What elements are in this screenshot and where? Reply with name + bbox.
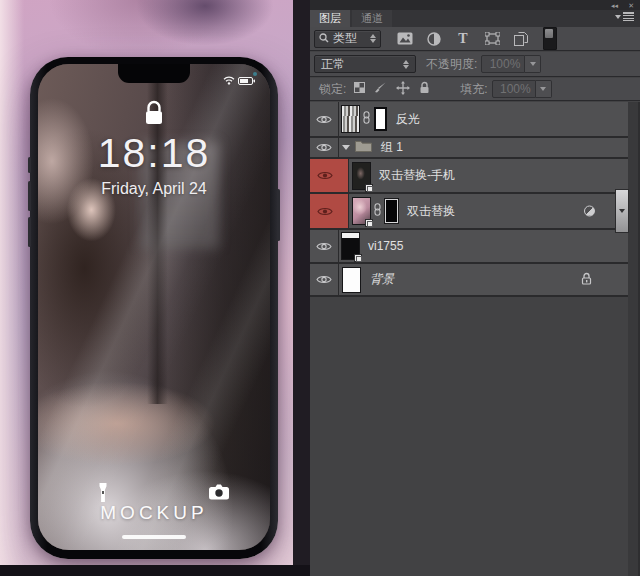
panel-menu-icon[interactable]: [615, 12, 634, 21]
lock-row: 锁定: 填充: 100%: [310, 78, 640, 101]
panel-tab-row: 图层 通道: [310, 10, 640, 27]
filter-type-dropdown[interactable]: 类型: [314, 30, 381, 48]
canvas-area: 18:18 Friday, April 24 MOCKUP: [0, 0, 310, 576]
layer-name[interactable]: 双击替换-手机: [379, 167, 455, 184]
folder-icon: [355, 140, 372, 155]
blend-mode-value: 正常: [321, 56, 345, 73]
layer-row-group[interactable]: 组 1: [310, 138, 628, 159]
visibility-toggle[interactable]: [310, 264, 339, 295]
tab-layers[interactable]: 图层: [310, 10, 350, 27]
fill-dropdown-button[interactable]: [536, 80, 552, 98]
phone-mockup: 18:18 Friday, April 24 MOCKUP: [30, 57, 278, 559]
lock-all-icon[interactable]: [419, 81, 430, 97]
close-icon[interactable]: ✕: [628, 2, 634, 9]
clock-time: 18:18: [38, 130, 270, 177]
lock-position-icon[interactable]: [396, 81, 410, 98]
layer-row-background[interactable]: 背景: [310, 264, 628, 297]
filter-type-layers-icon[interactable]: T: [454, 30, 472, 48]
fill-value: 100%: [493, 82, 535, 96]
link-icon: [362, 111, 371, 127]
phone-volume-down: [28, 217, 31, 247]
filter-type-label: 类型: [333, 30, 357, 47]
visibility-toggle[interactable]: [310, 138, 339, 157]
blending-badge-icon: [584, 206, 595, 217]
opacity-label: 不透明度:: [426, 56, 477, 73]
statusbar-icons: [223, 71, 255, 89]
layers-list: 反光 组 1 双击替换-手机: [310, 102, 640, 576]
wifi-icon: [223, 71, 235, 89]
mockup-label: MOCKUP: [38, 502, 270, 524]
opacity-field[interactable]: 100%: [481, 55, 525, 73]
tab-channels[interactable]: 通道: [352, 10, 392, 27]
layer-row-replace[interactable]: 双击替换: [310, 194, 628, 230]
filter-on-off-toggle[interactable]: [543, 27, 557, 50]
photoshop-workspace: 18:18 Friday, April 24 MOCKUP ◂◂ ✕ 图层 通道: [0, 0, 640, 576]
camera-icon[interactable]: [208, 484, 229, 504]
phone-volume-up: [28, 181, 31, 211]
updown-arrows-icon: [403, 60, 409, 69]
visibility-toggle[interactable]: [310, 230, 339, 262]
lock-image-pixels-icon[interactable]: [374, 81, 387, 97]
layer-name[interactable]: 双击替换: [407, 203, 455, 220]
lock-label: 锁定:: [319, 81, 346, 98]
filter-shape-layers-icon[interactable]: [483, 30, 501, 48]
fill-field[interactable]: 100%: [492, 80, 536, 98]
link-icon: [373, 203, 382, 219]
fill-label: 填充:: [460, 81, 487, 98]
clock-date: Friday, April 24: [38, 180, 270, 198]
background-lock-icon: [581, 272, 592, 288]
filter-adjustment-layers-icon[interactable]: [425, 30, 443, 48]
notch: [118, 64, 190, 83]
filter-row: 类型 T: [310, 27, 640, 51]
layer-thumbnail[interactable]: [342, 106, 359, 132]
search-icon: [319, 32, 329, 46]
filter-pixel-layers-icon[interactable]: [396, 30, 414, 48]
phone-power-button: [277, 189, 280, 241]
layer-thumbnail[interactable]: [342, 233, 359, 259]
layers-panel: ◂◂ ✕ 图层 通道 类型: [310, 0, 640, 576]
layer-name[interactable]: 反光: [396, 111, 420, 128]
canvas-dark-edge: [293, 0, 310, 576]
layer-mask-thumbnail[interactable]: [374, 107, 387, 131]
canvas-bottom-edge: [0, 565, 310, 576]
layer-thumbnail[interactable]: [353, 198, 370, 224]
blend-mode-select[interactable]: 正常: [314, 55, 416, 73]
visibility-toggle[interactable]: [310, 159, 349, 192]
blend-row: 正常 不透明度: 100%: [310, 52, 640, 77]
front-camera-dot: [253, 72, 257, 76]
collapse-panels-icon[interactable]: ◂◂: [611, 2, 618, 9]
smart-object-badge: [354, 254, 362, 262]
scrollbar-thumb[interactable]: [615, 189, 629, 233]
opacity-value: 100%: [482, 57, 524, 71]
smart-object-badge: [365, 219, 373, 227]
phone-mute-switch: [28, 157, 31, 173]
panel-group-header: ◂◂ ✕: [310, 0, 640, 10]
layer-row-vi1755[interactable]: vi1755: [310, 230, 628, 264]
opacity-dropdown-button[interactable]: [525, 55, 541, 73]
visibility-toggle[interactable]: [310, 102, 339, 136]
expand-triangle-icon[interactable]: [342, 145, 350, 150]
phone-screen: 18:18 Friday, April 24 MOCKUP: [38, 64, 270, 550]
lock-transparent-pixels-icon[interactable]: [354, 82, 365, 96]
layer-mask-thumbnail[interactable]: [385, 199, 398, 223]
layer-row-replace-phone[interactable]: 双击替换-手机: [310, 159, 628, 194]
layer-name[interactable]: vi1755: [368, 239, 403, 253]
layer-thumbnail[interactable]: [353, 163, 370, 189]
layer-name[interactable]: 组 1: [381, 139, 403, 156]
home-indicator[interactable]: [122, 535, 186, 539]
layer-row-reflection[interactable]: 反光: [310, 102, 628, 138]
lock-icon: [143, 100, 165, 130]
filter-smart-objects-icon[interactable]: [512, 30, 530, 48]
layer-name[interactable]: 背景: [370, 271, 394, 288]
layer-thumbnail[interactable]: [342, 267, 361, 293]
updown-arrows-icon: [370, 34, 376, 43]
visibility-toggle[interactable]: [310, 194, 349, 228]
smart-object-badge: [365, 184, 373, 192]
